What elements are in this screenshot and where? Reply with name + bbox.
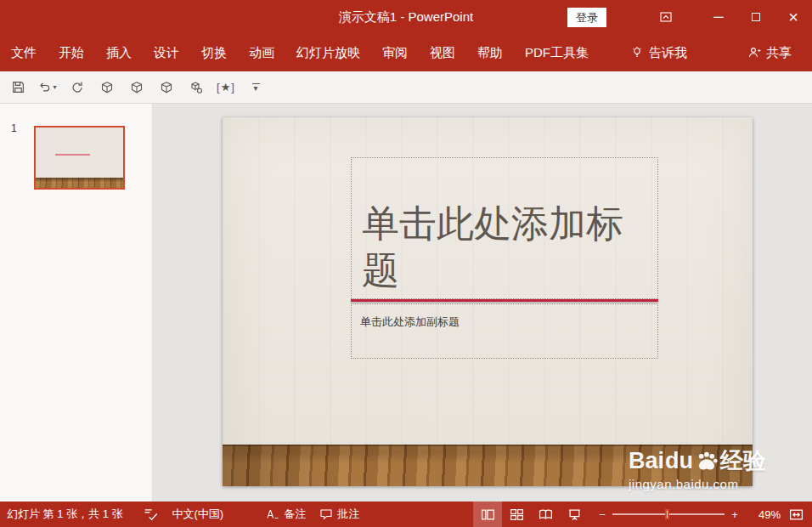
share-label: 共享 bbox=[766, 45, 792, 61]
ribbon-tab-help[interactable]: 帮助 bbox=[466, 34, 514, 71]
baidu-watermark-url: jingyan.baidu.com bbox=[629, 477, 766, 491]
brand-mid: du bbox=[665, 449, 693, 474]
ribbon-tab-design[interactable]: 设计 bbox=[143, 34, 190, 71]
cube-settings-icon bbox=[189, 81, 203, 94]
ribbon-tab-pdf-tools[interactable]: PDF工具集 bbox=[514, 34, 600, 71]
ribbon-display-options-button[interactable] bbox=[647, 0, 685, 34]
theme-divider-line bbox=[351, 299, 658, 302]
undo-button[interactable]: ▾ bbox=[35, 76, 60, 99]
normal-view-button[interactable] bbox=[473, 502, 502, 527]
zoom-in-button[interactable]: + bbox=[728, 508, 742, 521]
ribbon-tab-slideshow[interactable]: 幻灯片放映 bbox=[285, 34, 371, 71]
undo-dropdown-arrow-icon: ▾ bbox=[53, 83, 56, 91]
lightbulb-icon bbox=[630, 46, 644, 60]
view-switcher bbox=[473, 502, 589, 527]
quick-access-toolbar: ▾ [★] ▾ bbox=[0, 71, 812, 104]
ribbon-tab-home[interactable]: 开始 bbox=[48, 34, 95, 71]
cube-icon bbox=[100, 81, 114, 94]
comment-bubble-icon bbox=[319, 508, 333, 520]
redo-icon bbox=[70, 81, 84, 94]
addin-cube-button-3[interactable] bbox=[154, 76, 179, 99]
close-icon: × bbox=[788, 8, 798, 26]
ribbon-tab-animations[interactable]: 动画 bbox=[238, 34, 285, 71]
language-label: 中文(中国) bbox=[172, 507, 224, 522]
tell-me-button[interactable]: 告诉我 bbox=[622, 34, 696, 71]
redo-button[interactable] bbox=[65, 76, 90, 99]
window-controls: ─ × bbox=[647, 0, 812, 34]
reading-view-button[interactable] bbox=[531, 502, 560, 527]
spell-check-button[interactable] bbox=[144, 507, 159, 521]
subtitle-placeholder[interactable]: 单击此处添加副标题 bbox=[351, 303, 658, 359]
language-button[interactable]: 中文(中国) bbox=[172, 507, 224, 522]
slide-sorter-view-button[interactable] bbox=[502, 502, 531, 527]
slide-thumbnail[interactable] bbox=[34, 126, 125, 190]
comments-label: 批注 bbox=[337, 507, 359, 522]
powerpoint-window: 演示文稿1 - PowerPoint 登录 ─ × 文件 开始 插入 设计 切换… bbox=[0, 0, 812, 527]
addin-cube-button-2[interactable] bbox=[124, 76, 149, 99]
baidu-watermark: Baidu 经验 jingyan.baidu.com bbox=[629, 449, 766, 491]
slide: 单击此处添加标题 单击此处添加副标题 bbox=[223, 117, 753, 486]
share-button[interactable]: 共享 bbox=[739, 34, 800, 71]
favorites-button[interactable]: [★] bbox=[213, 76, 239, 99]
ribbon-tab-bar: 文件 开始 插入 设计 切换 动画 幻灯片放映 审阅 视图 帮助 PDF工具集 … bbox=[0, 34, 812, 71]
brand-suffix: 经验 bbox=[720, 449, 766, 474]
reading-view-icon bbox=[539, 508, 553, 521]
ribbon-tab-view[interactable]: 视图 bbox=[419, 34, 466, 71]
thumbnail-wood-floor bbox=[36, 178, 123, 188]
slide-editing-canvas: 单击此处添加标题 单击此处添加副标题 bbox=[153, 104, 812, 502]
save-button[interactable] bbox=[5, 76, 31, 99]
notes-button[interactable]: 备注 bbox=[266, 507, 306, 522]
fit-to-window-icon bbox=[789, 508, 804, 521]
customize-toolbar-icon: ▾ bbox=[252, 83, 260, 91]
thumbnail-slide-number: 1 bbox=[11, 122, 17, 134]
slide-counter[interactable]: 幻灯片 第 1 张，共 1 张 bbox=[7, 507, 123, 522]
share-person-icon bbox=[747, 46, 761, 60]
ribbon-display-options-icon bbox=[659, 10, 673, 24]
ribbon-tab-review[interactable]: 审阅 bbox=[371, 34, 419, 71]
login-button[interactable]: 登录 bbox=[567, 8, 606, 27]
zoom-slider[interactable] bbox=[612, 502, 725, 527]
save-icon bbox=[11, 80, 25, 94]
maximize-icon bbox=[752, 13, 760, 21]
zoom-out-button[interactable]: − bbox=[595, 508, 609, 521]
minimize-button[interactable]: ─ bbox=[700, 0, 737, 34]
zoom-percentage[interactable]: 49% bbox=[745, 508, 781, 521]
minimize-icon: ─ bbox=[713, 9, 723, 25]
title-placeholder[interactable]: 单击此处添加标题 bbox=[351, 157, 658, 299]
slide-thumbnail-panel: 1 bbox=[0, 104, 153, 502]
slideshow-icon bbox=[567, 508, 582, 521]
ribbon-tab-transitions[interactable]: 切换 bbox=[190, 34, 238, 71]
ribbon-tab-file[interactable]: 文件 bbox=[0, 34, 48, 71]
comments-button[interactable]: 批注 bbox=[319, 507, 359, 522]
baidu-paw-icon bbox=[694, 449, 719, 474]
cube-icon bbox=[130, 81, 144, 94]
title-placeholder-text: 单击此处添加标题 bbox=[362, 200, 647, 293]
star-brackets-icon: [★] bbox=[217, 81, 235, 94]
notes-label: 备注 bbox=[284, 507, 306, 522]
customize-qat-button[interactable]: ▾ bbox=[243, 76, 268, 99]
tell-me-label: 告诉我 bbox=[649, 45, 687, 61]
slideshow-view-button[interactable] bbox=[560, 502, 589, 527]
zoom-slider-thumb[interactable] bbox=[665, 509, 669, 519]
subtitle-placeholder-text: 单击此处添加副标题 bbox=[360, 314, 649, 330]
fit-slide-to-window-button[interactable] bbox=[789, 508, 804, 521]
addin-cube-button-1[interactable] bbox=[94, 76, 120, 99]
close-button[interactable]: × bbox=[775, 0, 812, 34]
notes-icon bbox=[266, 508, 279, 520]
thumbnail-divider-line bbox=[55, 154, 90, 156]
baidu-watermark-brand: Baidu 经验 bbox=[629, 449, 766, 474]
undo-icon bbox=[38, 81, 52, 94]
statusbar: 幻灯片 第 1 张，共 1 张 中文(中国) 备注 批注 bbox=[0, 502, 812, 527]
brand-prefix: Bai bbox=[629, 449, 664, 474]
cube-icon bbox=[160, 81, 173, 94]
slide-sorter-icon bbox=[510, 508, 524, 521]
normal-view-icon bbox=[481, 508, 495, 521]
addin-cube-settings-button[interactable] bbox=[183, 76, 209, 99]
spell-check-icon bbox=[144, 507, 159, 521]
titlebar: 演示文稿1 - PowerPoint 登录 ─ × bbox=[0, 0, 812, 34]
maximize-button[interactable] bbox=[737, 0, 775, 34]
ribbon-tab-insert[interactable]: 插入 bbox=[95, 34, 143, 71]
